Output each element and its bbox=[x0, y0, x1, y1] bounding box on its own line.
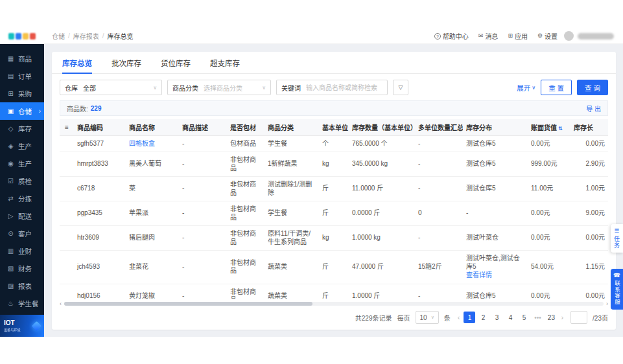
pagination: 共229条记录 每页 10 ∨ 条 ‹ 12345•••23 › /23页 bbox=[52, 307, 616, 330]
sidebar-item-production-1[interactable]: ◈生产 bbox=[0, 137, 44, 155]
contact-service-float-button[interactable]: ☎ 联系客服 bbox=[611, 269, 623, 310]
column-header: 商品名称 bbox=[126, 119, 179, 135]
user-menu[interactable] bbox=[564, 31, 614, 41]
cell-multi: - bbox=[415, 284, 463, 299]
scrollbar-thumb[interactable] bbox=[64, 302, 312, 306]
column-settings-icon[interactable]: ≡ bbox=[65, 124, 69, 131]
sidebar-item-student-meal[interactable]: ♨学生餐 bbox=[0, 295, 44, 312]
tab-0[interactable]: 库存总览 bbox=[62, 52, 92, 73]
header-action-3[interactable]: ⚙设置 bbox=[537, 31, 558, 41]
iot-cube-icon bbox=[32, 321, 42, 331]
chevron-right-icon: › bbox=[39, 108, 41, 115]
task-icon: ≣ bbox=[614, 227, 619, 234]
page-number[interactable]: 5 bbox=[518, 312, 530, 323]
export-button[interactable]: 导 出 bbox=[586, 104, 601, 113]
header-action-0[interactable]: ?帮助中心 bbox=[434, 31, 469, 41]
category-select[interactable]: 商品分类 选择商品分类 ∨ bbox=[167, 80, 271, 95]
cell-desc: - bbox=[179, 177, 227, 201]
search-button[interactable]: 查 询 bbox=[577, 80, 608, 95]
message-icon: ✉ bbox=[478, 33, 484, 39]
tab-2[interactable]: 货位库存 bbox=[161, 52, 191, 73]
category-placeholder: 选择商品分类 bbox=[204, 83, 242, 93]
sidebar-item-qc[interactable]: ☑质检 bbox=[0, 172, 44, 190]
product-name-link[interactable]: 四格板盒 bbox=[129, 140, 155, 147]
cell-value: 0.00元 bbox=[528, 284, 570, 299]
cell-desc: - bbox=[179, 284, 227, 299]
header-action-2[interactable]: ⊞应用 bbox=[508, 31, 528, 41]
sidebar-item-label: 质检 bbox=[18, 176, 32, 186]
sidebar-item-purchase[interactable]: ⊞采购 bbox=[0, 85, 44, 102]
cell-multi: 0 bbox=[415, 201, 463, 226]
phone-icon: ☎ bbox=[613, 273, 620, 279]
cell-pack: 非包材商品 bbox=[227, 284, 264, 299]
sidebar-item-orders[interactable]: ▤订单 bbox=[0, 67, 44, 85]
page-number[interactable]: 2 bbox=[477, 312, 489, 323]
app-logo bbox=[0, 28, 44, 44]
row-settings-cell bbox=[60, 284, 74, 299]
keyword-field[interactable]: 关键词 bbox=[276, 80, 388, 95]
goods-icon: ▦ bbox=[7, 56, 14, 62]
sidebar-item-warehouse[interactable]: ▣仓储› bbox=[0, 102, 44, 120]
filter-row: 仓库 全部 ∨ 商品分类 选择商品分类 ∨ 关键词 ▽ bbox=[52, 74, 616, 100]
table-row: sgfh5377四格板盒-包材商品学生餐个765.0000 个-测试仓库50.0… bbox=[60, 135, 608, 152]
cell-unit: kg bbox=[319, 152, 349, 177]
breadcrumb-inventory-report[interactable]: 库存报表 bbox=[73, 31, 99, 41]
expand-label: 展开 bbox=[517, 83, 530, 93]
header-action-1[interactable]: ✉消息 bbox=[478, 31, 499, 41]
column-header: 多单位数量汇总 bbox=[415, 119, 463, 135]
column-header: 账面货值⇅ bbox=[528, 119, 570, 135]
scroll-left-icon[interactable]: ‹ bbox=[60, 301, 62, 307]
sorting-icon: ⇄ bbox=[7, 196, 14, 202]
tab-3[interactable]: 超支库存 bbox=[210, 52, 240, 73]
cell-pack: 非包材商品 bbox=[227, 152, 264, 177]
expand-filters-link[interactable]: 展开 ∨ bbox=[517, 83, 535, 93]
scroll-right-icon[interactable]: › bbox=[606, 301, 608, 307]
avatar[interactable] bbox=[564, 31, 574, 41]
cell-dist: 测试叶菜仓 bbox=[463, 226, 528, 251]
page-jump-input[interactable] bbox=[570, 311, 587, 324]
breadcrumb-warehouse[interactable]: 仓储 bbox=[52, 31, 65, 41]
page-number[interactable]: 4 bbox=[504, 312, 516, 323]
help-icon: ? bbox=[434, 33, 441, 40]
sidebar-item-goods[interactable]: ▦商品 bbox=[0, 50, 44, 67]
sidebar-item-stock[interactable]: ◇库存 bbox=[0, 120, 44, 137]
sidebar-item-delivery[interactable]: ▷配送 bbox=[0, 207, 44, 225]
view-details-link[interactable]: 查看详情 bbox=[466, 271, 524, 280]
column-label: 库存分布 bbox=[466, 124, 492, 131]
business-finance-icon: ▥ bbox=[7, 248, 14, 255]
sidebar-item-reports[interactable]: ▨报表 bbox=[0, 277, 44, 295]
sidebar-item-finance[interactable]: ▧财务 bbox=[0, 260, 44, 277]
page-number[interactable]: 3 bbox=[491, 312, 502, 323]
iot-subtitle: 设备与环境 bbox=[4, 327, 21, 332]
table-header-row: ≡ 商品编码商品名称商品描述是否包材商品分类基本单位库存数量（基本单位）多单位数… bbox=[60, 119, 608, 135]
scrollbar-track[interactable] bbox=[64, 302, 604, 306]
table-row: c6718菜-非包材商品测试删除1/测删除斤11.0000 斤-测试仓库511.… bbox=[60, 177, 608, 201]
summary-bar: 商品数: 229 导 出 bbox=[60, 100, 608, 116]
cell-dist: 测试仓库5 bbox=[463, 177, 528, 201]
reports-icon: ▨ bbox=[7, 283, 14, 290]
page-number[interactable]: 23 bbox=[545, 312, 557, 323]
sidebar-item-label: 商品 bbox=[18, 54, 32, 63]
tab-1[interactable]: 批次库存 bbox=[112, 52, 141, 73]
sort-icon[interactable]: ⇅ bbox=[558, 126, 563, 131]
cell-cost: 0.00元 bbox=[570, 135, 608, 152]
reset-button[interactable]: 重 置 bbox=[541, 80, 572, 95]
cell-code: c6718 bbox=[74, 177, 126, 201]
cell-pack: 非包材商品 bbox=[227, 201, 264, 226]
sidebar-item-sorting[interactable]: ⇄分拣 bbox=[0, 190, 44, 207]
prev-page-icon[interactable]: ‹ bbox=[456, 314, 462, 321]
sidebar-item-customers[interactable]: ⊙客户 bbox=[0, 225, 44, 242]
next-page-icon[interactable]: › bbox=[559, 314, 565, 321]
sidebar-item-biz-finance[interactable]: ▥业财 bbox=[0, 242, 44, 260]
cell-value: 0.00元 bbox=[528, 201, 570, 226]
page-number[interactable]: 1 bbox=[464, 312, 475, 323]
keyword-input[interactable] bbox=[306, 84, 382, 91]
column-header: 库存数量（基本单位） bbox=[349, 119, 415, 135]
cell-value: 0.00元 bbox=[528, 226, 570, 251]
sidebar-item-production-2[interactable]: ◉生产 bbox=[0, 155, 44, 172]
page-size-select[interactable]: 10 ∨ bbox=[416, 311, 439, 324]
filter-funnel-button[interactable]: ▽ bbox=[393, 80, 408, 95]
sidebar-item-label: 客户 bbox=[18, 229, 32, 238]
task-float-button[interactable]: ≣ 任务 bbox=[611, 224, 623, 253]
warehouse-select[interactable]: 仓库 全部 ∨ bbox=[60, 80, 162, 95]
